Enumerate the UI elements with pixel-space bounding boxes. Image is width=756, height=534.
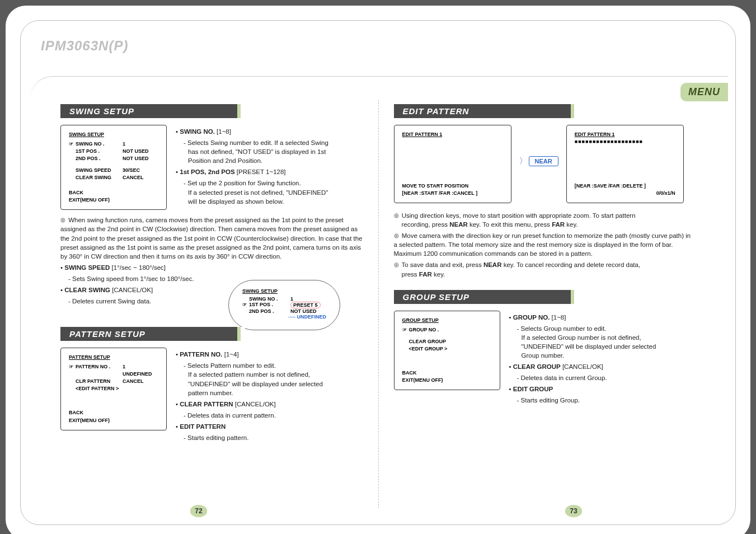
bullet-range: [1°/sec ~ 180°/sec] bbox=[112, 264, 166, 271]
bullet-title: EDIT PATTERN bbox=[180, 423, 226, 430]
osd-key: SWING NO . bbox=[249, 296, 290, 302]
page-frame: IPM3063N(P) MENU SWING SETUP SWING SETUP… bbox=[6, 6, 750, 534]
bullet-range: [CANCEL/OK] bbox=[562, 363, 603, 370]
bullet-desc: - Deletes data in current pattern. bbox=[176, 411, 363, 420]
bullet-desc: If a selected Group number is not define… bbox=[509, 333, 696, 342]
paragraph-text: recording, press NEAR key. To exit this … bbox=[394, 221, 578, 228]
osd-keys-line: [NEAR :SAVE /FAR :DELETE ] bbox=[575, 182, 675, 190]
osd-key: 2ND POS . bbox=[249, 308, 290, 314]
bullet-title: CLEAR SWING bbox=[64, 287, 110, 293]
bullet-desc: - Selects Swing number to edit. If a sel… bbox=[176, 138, 363, 147]
bullet-desc: - Selects Pattern number to edit. bbox=[176, 361, 363, 370]
osd-key: CLEAR GROUP bbox=[409, 338, 492, 345]
left-column: SWING SETUP SWING SETUP ☞SWING NO .1 1ST… bbox=[60, 100, 363, 504]
osd-key: PATTERN NO . bbox=[76, 363, 123, 371]
page-number-left: 72 bbox=[190, 505, 207, 517]
bullet-title: CLEAR PATTERN bbox=[180, 401, 233, 407]
osd-key: 2ND POS . bbox=[76, 155, 123, 162]
progress-bar: ■■■■■■■■■■■■■■■■■■■ bbox=[575, 138, 675, 146]
osd-val: UNDEFINED bbox=[123, 371, 158, 378]
bullet-title: 1st POS, 2nd POS bbox=[180, 168, 234, 175]
osd-val: NOT USED bbox=[123, 148, 158, 155]
osd-val: 30/SEC bbox=[123, 167, 158, 174]
osd-val: NOT USED bbox=[123, 155, 158, 162]
osd-val: CANCEL bbox=[123, 174, 158, 181]
osd-status: 0/0/x1/N bbox=[575, 190, 675, 197]
bullet-desc: - Set up the 2 position for Swing functi… bbox=[176, 179, 363, 188]
osd-back: BACK bbox=[69, 189, 158, 196]
paragraph-text: When swing function runs, camera moves f… bbox=[60, 217, 363, 259]
bullet-desc: will be displayed as shown below. bbox=[176, 197, 363, 206]
swing-mini-callout: SWING SETUP SWING NO .1 ☞1ST POS .PRESET… bbox=[228, 280, 340, 330]
osd-key: SWING NO . bbox=[76, 140, 123, 148]
group-osd-title: GROUP SETUP bbox=[402, 317, 492, 324]
ring-icon: ◎ bbox=[60, 216, 65, 224]
pattern-row: PATTERN SETUP ☞PATTERN NO .1 UNDEFINED C… bbox=[60, 348, 363, 442]
osd-key: <EDIT PATTERN > bbox=[76, 385, 158, 392]
edit-pattern-paragraphs: ◎ Using direction keys, move to start po… bbox=[394, 211, 696, 279]
bullet-desc: - Deletes data in current Group. bbox=[509, 373, 696, 382]
bullet-desc: - Starts editing Group. bbox=[509, 396, 696, 405]
osd-exit: EXIT(MENU OFF) bbox=[69, 417, 158, 424]
ring-icon: ◎ bbox=[394, 232, 399, 240]
near-arrow-icon: 〉 bbox=[519, 156, 527, 165]
columns: SWING SETUP SWING SETUP ☞SWING NO .1 1ST… bbox=[60, 100, 696, 504]
paragraph-text: press FAR key. bbox=[394, 271, 445, 278]
bullet-desc: - Selects Group number to edit. bbox=[509, 324, 696, 333]
bullet-title: SWING NO. bbox=[180, 128, 215, 135]
edit-pattern-pair: EDIT PATTERN 1 MOVE TO START POSITION [N… bbox=[394, 125, 696, 203]
osd-keys-line: [NEAR :START /FAR :CANCEL ] bbox=[402, 190, 503, 197]
bullet-desc: "UNDEFINED" will be displayed under sele… bbox=[176, 380, 363, 388]
osd-exit: EXIT(MENU OFF) bbox=[69, 196, 158, 204]
bullet-desc: If a selected pattern number is not defi… bbox=[176, 370, 363, 379]
group-osd-box: GROUP SETUP ☞GROUP NO . CLEAR GROUP <EDI… bbox=[394, 311, 500, 390]
bullet-range: [1~8] bbox=[552, 314, 566, 321]
bullet-range: [CANCEL/OK] bbox=[112, 287, 153, 293]
osd-val: NOT USED bbox=[290, 308, 326, 314]
group-setup-heading: GROUP SETUP bbox=[394, 290, 579, 304]
swing-top-row: SWING SETUP ☞SWING NO .1 1ST POS .NOT US… bbox=[60, 125, 363, 210]
bullet-desc: "UNDEFINED" will be displayed under sele… bbox=[509, 342, 696, 351]
edit-pattern-heading: EDIT PATTERN bbox=[394, 104, 579, 118]
osd-back: BACK bbox=[402, 369, 492, 377]
paragraph-text: To save data and exit, press NEAR key. T… bbox=[402, 261, 641, 268]
model-label: IPM3063N(P) bbox=[41, 38, 128, 53]
group-row: GROUP SETUP ☞GROUP NO . CLEAR GROUP <EDI… bbox=[394, 311, 696, 405]
swing-osd-title: SWING SETUP bbox=[69, 131, 158, 138]
edit-pattern-osd-right: EDIT PATTERN 1 ■■■■■■■■■■■■■■■■■■■ [NEAR… bbox=[566, 125, 684, 203]
hand-icon: ☞ bbox=[69, 140, 76, 148]
pattern-osd-title: PATTERN SETUP bbox=[69, 354, 158, 361]
group-bullets: • GROUP NO. [1~8] - Selects Group number… bbox=[509, 311, 696, 405]
bullet-range: [CANCEL/OK] bbox=[235, 401, 276, 407]
undefined-label: UNDEFINED bbox=[297, 314, 326, 320]
pattern-bullets: • PATTERN NO. [1~4] - Selects Pattern nu… bbox=[176, 348, 363, 442]
right-column: EDIT PATTERN EDIT PATTERN 1 MOVE TO STAR… bbox=[394, 100, 696, 504]
osd-move-line: MOVE TO START POSITION bbox=[402, 182, 503, 190]
pattern-osd-box: PATTERN SETUP ☞PATTERN NO .1 UNDEFINED C… bbox=[60, 348, 167, 430]
swing-osd-box: SWING SETUP ☞SWING NO .1 1ST POS .NOT US… bbox=[60, 125, 167, 210]
bullet-title: EDIT GROUP bbox=[513, 386, 553, 392]
header: IPM3063N(P) bbox=[41, 38, 715, 74]
paragraph-text: Using direction keys, move to start posi… bbox=[402, 212, 636, 219]
osd-key: CLR PATTERN bbox=[76, 378, 123, 385]
preset-pill: PRESET 5 bbox=[290, 302, 321, 308]
osd-key: SWING SPEED bbox=[76, 167, 123, 174]
hand-icon: ☞ bbox=[242, 302, 249, 308]
swing-setup-heading: SWING SETUP bbox=[60, 104, 245, 118]
osd-val: 1 bbox=[123, 140, 158, 148]
pattern-setup-heading: PATTERN SETUP bbox=[60, 327, 245, 341]
near-indicator: 〉 NEAR bbox=[519, 125, 558, 166]
osd-title: EDIT PATTERN 1 bbox=[575, 131, 675, 138]
osd-exit: EXIT(MENU OFF) bbox=[402, 377, 492, 384]
osd-key: 1ST POS . bbox=[249, 302, 290, 308]
bullet-desc: Group number. bbox=[509, 351, 696, 360]
near-tag: NEAR bbox=[529, 156, 558, 166]
bullet-range: [1~8] bbox=[217, 128, 231, 135]
menu-tab: MENU bbox=[680, 83, 728, 101]
osd-val: 1 bbox=[123, 363, 158, 371]
page-number-right: 73 bbox=[565, 505, 582, 517]
paragraph-text: Move camera with the direction key or ru… bbox=[394, 232, 691, 257]
osd-val: 1 bbox=[290, 296, 326, 302]
bullet-title: GROUP NO. bbox=[513, 314, 550, 321]
header-curve bbox=[30, 76, 728, 99]
